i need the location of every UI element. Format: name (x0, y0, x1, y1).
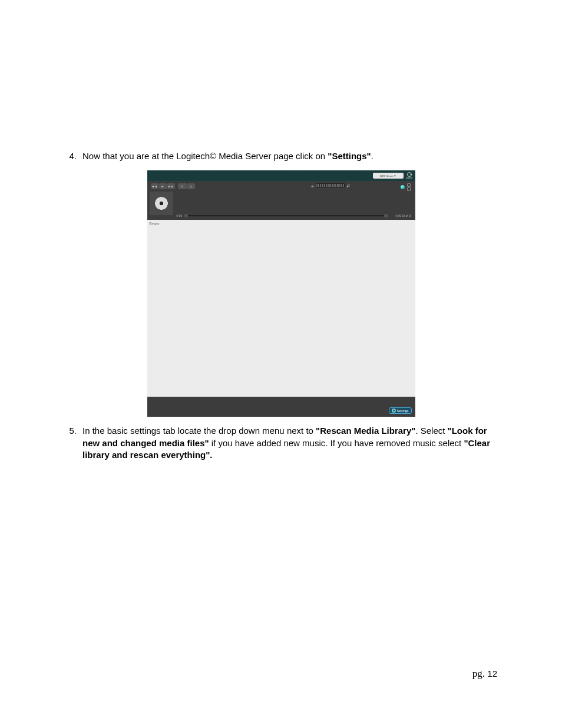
player-toolbar: ◄◄ ► ►► ⟲ ⤮ 🔈 🔊 (147, 181, 415, 220)
shuffle-button[interactable]: ⤮ (187, 183, 195, 189)
gear-icon (392, 409, 396, 413)
disc-icon (155, 197, 168, 210)
transport-controls: ◄◄ ► ►► ⟲ ⤮ (151, 183, 195, 189)
rewind-button[interactable]: ◄◄ (151, 183, 158, 189)
volume-up-icon: 🔊 (346, 184, 350, 187)
step-4: 4. Now that you are at the Logitech© Med… (65, 150, 497, 162)
media-server-screenshot: WHS Server Logitech ◄◄ ► ►► ⟲ ⤮ 🔈 (147, 170, 415, 417)
volume-control[interactable]: 🔈 🔊 (311, 183, 350, 187)
size-up-icon[interactable] (407, 183, 411, 187)
time-remaining: 0:00 (0 of 0) (396, 214, 412, 218)
playlist-area: Empty (147, 220, 415, 397)
server-dropdown[interactable]: WHS Server (373, 173, 404, 179)
title-bar: WHS Server Logitech (147, 170, 415, 181)
volume-down-icon: 🔈 (311, 184, 315, 187)
step-number: 5. (65, 425, 82, 461)
play-button[interactable]: ► (159, 183, 167, 189)
repeat-button[interactable]: ⟲ (178, 183, 187, 189)
volume-slider[interactable] (316, 183, 345, 187)
seek-bar[interactable] (186, 215, 386, 216)
album-art (150, 192, 173, 215)
forward-button[interactable]: ►► (167, 183, 175, 189)
size-down-icon[interactable] (407, 187, 411, 191)
page-footer: pg. 12 (472, 668, 497, 680)
time-elapsed: 0:00 (177, 214, 183, 218)
settings-button[interactable]: Settings (389, 407, 412, 414)
step-text: In the basic settings tab locate the dro… (82, 425, 497, 461)
logo-icon (407, 172, 412, 177)
step-number: 4. (65, 150, 82, 162)
empty-label: Empty (150, 222, 413, 225)
power-button[interactable] (401, 185, 405, 189)
logitech-logo: Logitech (406, 172, 413, 179)
footer-bar: Settings (147, 397, 415, 417)
step-5: 5. In the basic settings tab locate the … (65, 425, 497, 461)
step-text: Now that you are at the Logitech© Media … (82, 150, 497, 162)
